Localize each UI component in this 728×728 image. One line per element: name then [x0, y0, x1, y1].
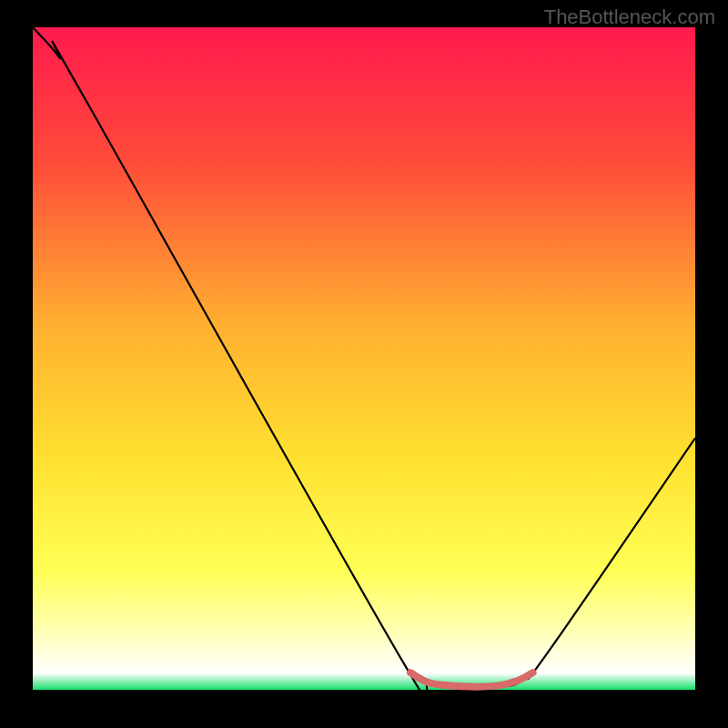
chart-container: TheBottleneck.com	[0, 0, 728, 728]
watermark: TheBottleneck.com	[544, 5, 715, 29]
gradient-plot-area	[33, 27, 695, 690]
bottleneck-chart	[0, 0, 728, 728]
